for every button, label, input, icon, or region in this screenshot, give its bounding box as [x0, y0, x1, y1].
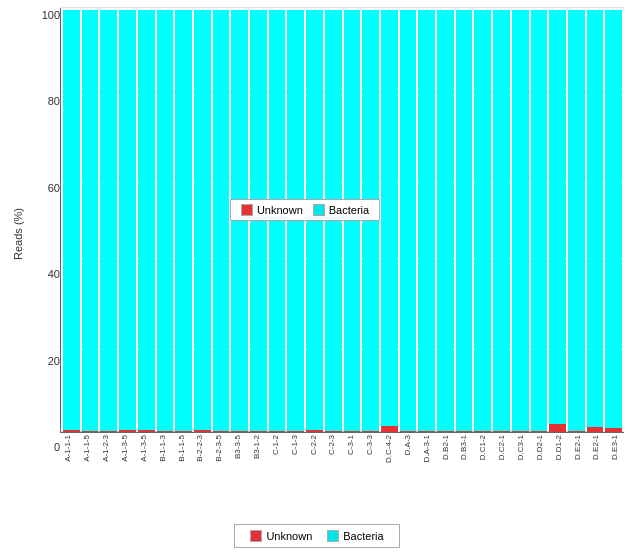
- bar-unknown: [362, 431, 379, 432]
- bottom-legend-bacteria: Bacteria: [327, 530, 383, 542]
- bar-group: [381, 10, 398, 432]
- unknown-swatch: [241, 204, 253, 216]
- bar-group: [157, 10, 174, 432]
- bar-unknown: [456, 431, 473, 432]
- y-tick-100: 100: [42, 10, 60, 21]
- x-label: B3-1-2: [249, 435, 266, 515]
- bar-group: [138, 10, 155, 432]
- bar-unknown: [100, 431, 117, 432]
- bar-group: [531, 10, 548, 432]
- y-axis: 100 80 60 40 20 0: [30, 8, 60, 515]
- bar-group: [194, 10, 211, 432]
- bar-unknown: [250, 431, 267, 432]
- x-label-text: D.C-4-2: [385, 435, 393, 463]
- bar-unknown: [531, 431, 548, 432]
- inline-legend-unknown-label: Unknown: [257, 204, 303, 216]
- x-label-text: D.C3-1: [517, 435, 525, 460]
- x-label: C-3-3: [362, 435, 379, 515]
- x-label-text: B3-3-5: [234, 435, 242, 459]
- y-tick-40: 40: [48, 269, 60, 280]
- x-label-text: D.D2-1: [536, 435, 544, 460]
- bar-bacteria: [605, 10, 622, 428]
- bar-group: [456, 10, 473, 432]
- bar-unknown: [175, 431, 192, 432]
- bar-unknown: [306, 430, 323, 432]
- bar-unknown: [587, 427, 604, 432]
- bar-group: [63, 10, 80, 432]
- x-label: C-1-3: [286, 435, 303, 515]
- bar-unknown: [605, 428, 622, 432]
- x-label-text: B-1-1-5: [178, 435, 186, 462]
- x-label: C-2-3: [324, 435, 341, 515]
- y-axis-title: Reads (%): [12, 208, 24, 260]
- bar-group: [213, 10, 230, 432]
- x-labels: A-1-1-1A-1-1-5A-1-2-3A-1-3-5A-1-3-5B-1-1…: [60, 435, 624, 515]
- x-label-text: D.A-3-1: [423, 435, 431, 463]
- bar-group: [549, 10, 566, 432]
- x-label: A-1-2-3: [98, 435, 115, 515]
- x-label-text: C-2-3: [328, 435, 336, 455]
- x-label-text: B3-1-2: [253, 435, 261, 459]
- bar-unknown: [269, 431, 286, 432]
- bar-bacteria: [437, 10, 454, 431]
- bar-bacteria: [119, 10, 136, 430]
- bar-bacteria: [549, 10, 566, 424]
- x-label-text: D.B2-1: [442, 435, 450, 460]
- bacteria-swatch: [313, 204, 325, 216]
- inline-legend-bacteria: Bacteria: [313, 204, 369, 216]
- x-label-text: D.D1-2: [555, 435, 563, 460]
- bar-group: [287, 10, 304, 432]
- x-label-text: D.E3-1: [611, 435, 619, 460]
- x-label: A-1-1-5: [79, 435, 96, 515]
- x-label-text: D.C2-1: [498, 435, 506, 460]
- x-label: A-1-3-5: [117, 435, 134, 515]
- bar-bacteria: [63, 10, 80, 430]
- bar-unknown: [512, 431, 529, 432]
- x-label-text: D.B3-1: [460, 435, 468, 460]
- bar-bacteria: [157, 10, 174, 431]
- bar-group: [175, 10, 192, 432]
- bar-group: [269, 10, 286, 432]
- bar-group: [250, 10, 267, 432]
- bottom-bacteria-swatch: [327, 530, 339, 542]
- bar-group: [82, 10, 99, 432]
- chart-container: Reads (%) 100 80 60 40 20 0: [0, 0, 634, 553]
- bar-group: [344, 10, 361, 432]
- x-label: D.C2-1: [494, 435, 511, 515]
- x-label-text: A-1-2-3: [102, 435, 110, 462]
- bar-group: [587, 10, 604, 432]
- bar-group: [100, 10, 117, 432]
- bar-bacteria: [418, 10, 435, 431]
- y-tick-80: 80: [48, 96, 60, 107]
- x-label-text: D.C1-2: [479, 435, 487, 460]
- bar-group: [418, 10, 435, 432]
- bar-bacteria: [138, 10, 155, 430]
- bar-group: [493, 10, 510, 432]
- x-label-text: C-1-3: [291, 435, 299, 455]
- x-label-text: C-1-2: [272, 435, 280, 455]
- plot-inner: Unknown Bacteria: [60, 8, 624, 433]
- bar-bacteria: [175, 10, 192, 431]
- x-label: D.B3-1: [456, 435, 473, 515]
- bar-bacteria: [82, 10, 99, 431]
- x-label-text: C-3-1: [347, 435, 355, 455]
- bar-unknown: [325, 431, 342, 432]
- bar-group: [306, 10, 323, 432]
- bar-bacteria: [587, 10, 604, 427]
- bar-bacteria: [194, 10, 211, 430]
- x-label-text: A-1-3-5: [140, 435, 148, 462]
- x-label: B-1-1-3: [154, 435, 171, 515]
- bar-bacteria: [400, 10, 417, 431]
- bar-bacteria: [568, 10, 585, 431]
- x-label-text: B-2-3-5: [215, 435, 223, 462]
- bottom-unknown-swatch: [250, 530, 262, 542]
- bar-unknown: [344, 431, 361, 432]
- x-label-text: D.E2-1: [574, 435, 582, 460]
- x-label: B3-3-5: [230, 435, 247, 515]
- bar-unknown: [437, 431, 454, 432]
- bar-group: [474, 10, 491, 432]
- plot-area: Unknown Bacteria A-1-1-1A-1-1-5A-1-2-3A-…: [60, 8, 624, 515]
- inline-legend-unknown: Unknown: [241, 204, 303, 216]
- bar-unknown: [400, 431, 417, 432]
- bottom-legend-bacteria-label: Bacteria: [343, 530, 383, 542]
